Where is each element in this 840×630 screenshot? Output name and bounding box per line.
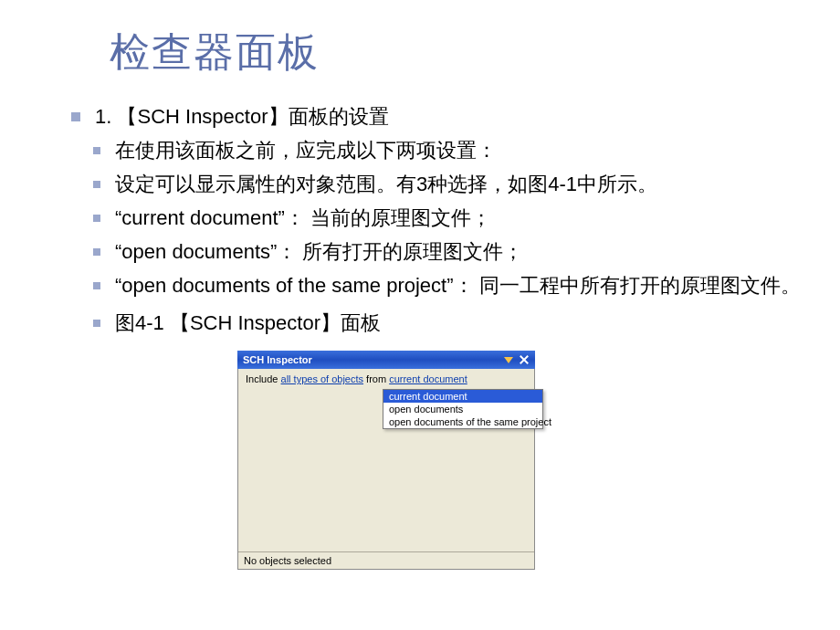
window-buttons (504, 354, 530, 365)
slide-title: 检查器面板 (110, 26, 803, 79)
slide: 检查器面板 1. 【SCH Inspector】面板的设置 在使用该面板之前，应… (0, 0, 840, 592)
bullet-item: 在使用该面板之前，应完成以下两项设置： (66, 135, 803, 165)
dropdown-option[interactable]: current document (383, 390, 542, 403)
window-titlebar: SCH Inspector (237, 351, 535, 369)
pin-icon[interactable] (504, 357, 513, 363)
status-bar: No objects selected (238, 551, 534, 569)
filter-types-link[interactable]: all types of objects (281, 373, 364, 384)
figure-caption: 图4-1 【SCH Inspector】面板 (66, 308, 803, 338)
bullet-item: “current document”： 当前的原理图文件； (66, 203, 803, 233)
filter-from: from (363, 373, 389, 384)
bullet-item: 设定可以显示属性的对象范围。有3种选择，如图4-1中所示。 (66, 169, 803, 199)
filter-scope-link[interactable]: current document (389, 373, 467, 384)
filter-prefix: Include (246, 373, 281, 384)
dropdown-option[interactable]: open documents (383, 403, 542, 415)
dropdown-option[interactable]: open documents of the same project (383, 415, 542, 428)
bullet-item: “open documents of the same project”： 同一… (66, 270, 803, 300)
window-body: Include all types of objects from curren… (237, 369, 535, 570)
inspector-panel-figure: SCH Inspector Include all types of objec… (237, 351, 535, 570)
window-title: SCH Inspector (243, 354, 312, 365)
filter-line: Include all types of objects from curren… (238, 369, 534, 389)
close-icon[interactable] (519, 354, 530, 365)
bullet-list: 1. 【SCH Inspector】面板的设置 在使用该面板之前，应完成以下两项… (66, 101, 803, 338)
bullet-item: “open documents”： 所有打开的原理图文件； (66, 236, 803, 267)
bullet-item: 1. 【SCH Inspector】面板的设置 (66, 101, 803, 131)
scope-dropdown[interactable]: current document open documents open doc… (383, 389, 543, 429)
